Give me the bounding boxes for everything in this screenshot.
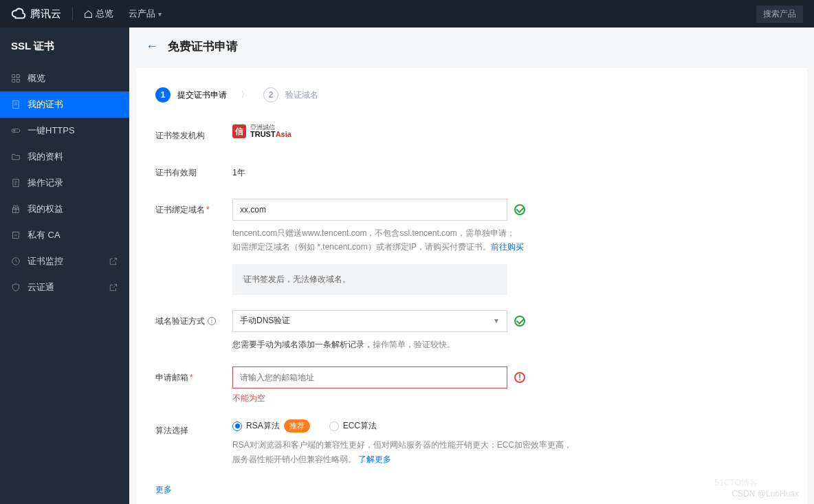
watermark: 51CTO博客 xyxy=(715,477,758,489)
buy-link[interactable]: 前往购买 xyxy=(491,242,524,252)
monitor-icon xyxy=(11,256,21,266)
form-card: 1 提交证书申请 〉 2 验证域名 证书签发机构 信 xyxy=(136,68,807,504)
email-input[interactable] xyxy=(232,366,507,388)
issuer-label: 证书签发机构 xyxy=(155,124,232,146)
step-label: 提交证书申请 xyxy=(177,89,227,101)
svg-rect-1 xyxy=(16,75,19,78)
sidebar-item-label: 概览 xyxy=(28,72,45,85)
row-issuer: 证书签发机构 信 亞洲誠信 TRUSTAsia xyxy=(155,124,788,146)
external-link-icon xyxy=(109,256,118,266)
row-domain: 证书绑定域名* tencent.com只赠送www.tencent.com，不包… xyxy=(155,199,788,295)
radio-ecc[interactable]: ECC算法 xyxy=(329,420,377,432)
sidebar-item-label: 私有 CA xyxy=(28,229,60,241)
steps: 1 提交证书申请 〉 2 验证域名 xyxy=(155,87,788,102)
sidebar-item-overview[interactable]: 概览 xyxy=(0,65,129,91)
issuer-brand: TRUSTAsia xyxy=(250,131,292,138)
page-header: ← 免费证书申请 xyxy=(129,28,814,61)
svg-rect-3 xyxy=(16,79,19,82)
brand-name: 腾讯云 xyxy=(30,8,61,21)
main-content: ← 免费证书申请 1 提交证书申请 〉 2 验证域名 证书签发机构 xyxy=(129,28,814,504)
status-error-icon: ! xyxy=(514,372,525,383)
folder-icon xyxy=(11,152,21,162)
brand-logo[interactable]: 腾讯云 xyxy=(11,6,61,21)
issuer-value: 信 亞洲誠信 TRUSTAsia xyxy=(232,124,576,138)
row-email: 申请邮箱* ! 不能为空 xyxy=(155,366,788,404)
verify-select[interactable]: 手动DNS验证 ▼ xyxy=(232,310,507,332)
step-number: 2 xyxy=(263,87,278,102)
page-icon xyxy=(11,100,21,109)
row-period: 证书有效期 1年 xyxy=(155,162,788,184)
sidebar-item-label: 我的证书 xyxy=(28,98,63,111)
recommend-tag: 推荐 xyxy=(284,419,310,432)
radio-dot-icon xyxy=(232,421,242,431)
grid-icon xyxy=(11,74,21,83)
email-label: 申请邮箱* xyxy=(155,366,232,388)
status-ok-icon xyxy=(514,316,525,327)
info-icon[interactable]: i xyxy=(208,317,216,325)
chevron-down-icon: ▾ xyxy=(158,10,162,18)
gift-icon xyxy=(11,204,21,214)
sidebar-item-label: 操作记录 xyxy=(28,177,63,189)
verify-hint: 您需要手动为域名添加一条解析记录，操作简单，验证较快。 xyxy=(232,338,576,351)
external-link-icon xyxy=(109,283,118,292)
sidebar-item-private-ca[interactable]: 私有 CA xyxy=(0,222,129,248)
page-title: 免费证书申请 xyxy=(168,39,238,54)
domain-hint: tencent.com只赠送www.tencent.com，不包含ssl.ten… xyxy=(232,226,576,254)
sidebar-item-benefits[interactable]: 我的权益 xyxy=(0,196,129,222)
more-toggle[interactable]: 更多 xyxy=(155,484,788,496)
email-error: 不能为空 xyxy=(232,393,576,404)
doc-icon xyxy=(11,178,21,188)
step-number: 1 xyxy=(155,87,170,102)
sidebar-item-profile[interactable]: 我的资料 xyxy=(0,144,129,170)
step-label: 验证域名 xyxy=(285,89,318,101)
domain-notice: 证书签发后，无法修改域名。 xyxy=(232,264,507,295)
verify-label: 域名验证方式i xyxy=(155,310,232,332)
products-link[interactable]: 云产品 ▾ xyxy=(129,8,162,20)
domain-label: 证书绑定域名* xyxy=(155,199,232,221)
sidebar-title: SSL 证书 xyxy=(0,40,129,65)
sidebar-item-oneclick-https[interactable]: 一键HTTPS xyxy=(0,118,129,144)
verify-value: 手动DNS验证 xyxy=(240,315,290,327)
topbar-separator xyxy=(72,8,73,20)
step-chevron-icon: 〉 xyxy=(241,89,250,101)
row-algorithm: 算法选择 RSA算法 推荐 ECC算法 xyxy=(155,419,788,466)
svg-rect-5 xyxy=(12,129,20,133)
status-ok-icon xyxy=(514,204,525,215)
step-1: 1 提交证书申请 xyxy=(155,87,227,102)
sidebar-item-my-certs[interactable]: 我的证书 xyxy=(0,91,129,118)
radio-label: RSA算法 xyxy=(246,420,280,432)
period-value: 1年 xyxy=(232,162,576,184)
sidebar-item-logs[interactable]: 操作记录 xyxy=(0,170,129,196)
algo-label: 算法选择 xyxy=(155,419,232,441)
row-verify: 域名验证方式i 手动DNS验证 ▼ 您需要手动为域名添加一条解析记录，操作简单，… xyxy=(155,310,788,351)
back-arrow-icon[interactable]: ← xyxy=(146,39,158,54)
step-2: 2 验证域名 xyxy=(263,87,318,102)
sidebar: SSL 证书 概览 我的证书 一键HTTPS 我的资料 操作记录 我的权益 私有… xyxy=(0,28,129,504)
topbar: 腾讯云 总览 云产品 ▾ 搜索产品 xyxy=(0,0,814,28)
chevron-down-icon: ▼ xyxy=(493,317,500,325)
radio-rsa[interactable]: RSA算法 推荐 xyxy=(232,419,310,432)
sidebar-item-cloud-cert[interactable]: 云证通 xyxy=(0,274,129,300)
svg-rect-0 xyxy=(12,75,15,78)
radio-dot-icon xyxy=(329,421,339,431)
search-box[interactable]: 搜索产品 xyxy=(756,6,803,23)
cloud-logo-icon xyxy=(11,6,26,21)
toggle-icon xyxy=(11,126,21,135)
trustasia-badge-icon: 信 xyxy=(232,124,246,138)
learn-more-link[interactable]: 了解更多 xyxy=(358,454,391,464)
watermark: CSDN @LuoHuax xyxy=(732,489,799,498)
sidebar-item-label: 云证通 xyxy=(28,281,54,294)
overview-link[interactable]: 总览 xyxy=(84,8,113,20)
sidebar-item-label: 证书监控 xyxy=(28,255,63,267)
shield-icon xyxy=(11,283,21,292)
domain-input[interactable] xyxy=(232,199,507,221)
svg-point-6 xyxy=(14,130,15,131)
products-label: 云产品 xyxy=(129,8,155,20)
sidebar-item-label: 我的资料 xyxy=(28,151,63,163)
sidebar-item-label: 我的权益 xyxy=(28,203,63,215)
ca-icon xyxy=(11,230,21,240)
sidebar-item-label: 一键HTTPS xyxy=(28,124,75,137)
sidebar-item-monitor[interactable]: 证书监控 xyxy=(0,248,129,274)
svg-rect-2 xyxy=(12,79,15,82)
period-label: 证书有效期 xyxy=(155,162,232,184)
